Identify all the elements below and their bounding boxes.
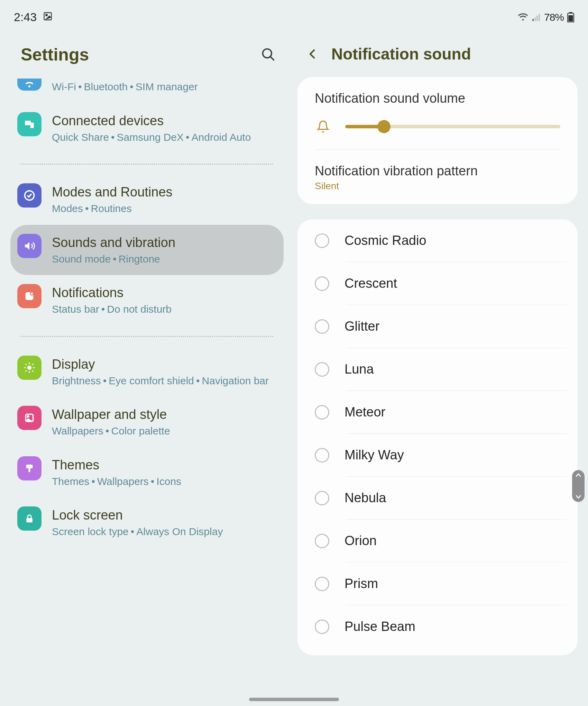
settings-item-modes-and-routines[interactable]: Modes and RoutinesModes•Routines: [10, 174, 284, 225]
settings-item-title: Lock screen: [52, 508, 275, 523]
sound-option-glitter[interactable]: Glitter: [297, 305, 578, 348]
sound-option-nebula[interactable]: Nebula: [297, 477, 578, 519]
svg-rect-29: [26, 518, 33, 523]
sound-name: Pulse Beam: [344, 619, 415, 634]
svg-line-10: [270, 57, 274, 61]
radio-button[interactable]: [315, 276, 329, 291]
settings-item-sounds-and-vibration[interactable]: Sounds and vibrationSound mode•Ringtone: [10, 225, 284, 275]
volume-label: Notification sound volume: [315, 91, 560, 106]
svg-rect-11: [25, 121, 31, 125]
vibration-value: Silent: [315, 181, 560, 192]
sound-name: Meteor: [344, 405, 385, 420]
radio-button[interactable]: [315, 405, 329, 420]
settings-item-title: Notifications: [52, 285, 275, 300]
sound-option-crescent[interactable]: Crescent: [297, 262, 578, 305]
radio-button[interactable]: [315, 491, 329, 505]
radio-button[interactable]: [315, 362, 329, 377]
sound-list-card[interactable]: Cosmic RadioCrescentGlitterLunaMeteorMil…: [297, 219, 578, 655]
wallpaper-icon: [17, 406, 42, 430]
radio-button[interactable]: [315, 577, 329, 591]
settings-item-title: Sounds and vibration: [52, 235, 275, 250]
sound-option-orion[interactable]: Orion: [297, 520, 578, 562]
battery-pct: 78%: [544, 11, 564, 23]
volume-slider[interactable]: [345, 125, 560, 128]
settings-item-title: Modes and Routines: [52, 185, 275, 200]
settings-title: Settings: [21, 45, 89, 65]
scroll-indicator[interactable]: [572, 470, 585, 502]
settings-item-title: Connected devices: [52, 113, 275, 128]
svg-point-9: [263, 49, 272, 58]
notification-sound-pane: Notification sound Notification sound vo…: [294, 27, 588, 702]
settings-header: Settings: [10, 27, 284, 79]
radio-button[interactable]: [315, 620, 329, 634]
settings-item-subtitle: Wi-Fi•Bluetooth•SIM manager: [52, 80, 275, 94]
section-divider: [21, 164, 273, 165]
sound-name: Crescent: [344, 276, 397, 291]
sound-option-cosmic-radio[interactable]: Cosmic Radio: [297, 219, 578, 262]
settings-item-connections[interactable]: Wi-Fi•Bluetooth•SIM manager: [10, 79, 284, 103]
svg-rect-3: [534, 17, 536, 21]
search-button[interactable]: [260, 46, 277, 63]
sound-option-meteor[interactable]: Meteor: [297, 391, 578, 433]
status-bar: 2:43 78%: [0, 0, 588, 27]
wifi-icon: [518, 13, 528, 21]
bell-square-icon: [17, 284, 42, 308]
vibration-label: Notification vibration pattern: [315, 164, 560, 178]
vibration-pattern-row[interactable]: Notification vibration pattern Silent: [315, 149, 560, 204]
detail-title: Notification sound: [331, 45, 471, 63]
settings-item-subtitle: Wallpapers•Color palette: [52, 424, 275, 438]
back-button[interactable]: [304, 46, 321, 62]
radio-button[interactable]: [315, 534, 329, 548]
sun-icon: [17, 356, 42, 380]
settings-item-themes[interactable]: ThemesThemes•Wallpapers•Icons: [10, 447, 284, 498]
settings-item-notifications[interactable]: NotificationsStatus bar•Do not disturb: [10, 275, 284, 326]
settings-item-subtitle: Modes•Routines: [52, 202, 275, 216]
settings-item-connected-devices[interactable]: Connected devicesQuick Share•Samsung DeX…: [10, 103, 284, 154]
svg-rect-28: [28, 468, 30, 472]
settings-item-display[interactable]: DisplayBrightness•Eye comfort shield•Nav…: [10, 347, 284, 397]
devices-icon: [17, 112, 42, 136]
settings-item-subtitle: Themes•Wallpapers•Icons: [52, 475, 275, 489]
settings-item-title: Wallpaper and style: [52, 407, 275, 422]
settings-master-pane: Settings Wi-Fi•Bluetooth•SIM managerConn…: [0, 27, 294, 702]
sound-name: Nebula: [344, 490, 386, 505]
bell-icon: [315, 118, 331, 135]
detail-header: Notification sound: [297, 27, 578, 77]
speaker-icon: [17, 234, 42, 258]
sound-name: Cosmic Radio: [344, 233, 426, 248]
svg-rect-27: [26, 465, 33, 468]
sound-name: Luna: [344, 362, 374, 377]
sound-name: Glitter: [344, 319, 379, 334]
radio-button[interactable]: [315, 448, 329, 462]
svg-rect-2: [532, 19, 534, 21]
status-right: 78%: [518, 11, 574, 23]
svg-point-15: [30, 292, 34, 295]
status-left: 2:43: [14, 10, 53, 24]
brush-icon: [17, 456, 42, 480]
svg-rect-5: [539, 14, 540, 21]
nav-handle[interactable]: [249, 698, 339, 701]
settings-list[interactable]: Wi-Fi•Bluetooth•SIM managerConnected dev…: [10, 79, 284, 548]
sound-name: Prism: [344, 576, 378, 591]
settings-item-subtitle: Status bar•Do not disturb: [52, 302, 275, 317]
settings-item-subtitle: Brightness•Eye comfort shield•Navigation…: [52, 374, 275, 388]
settings-item-subtitle: Quick Share•Samsung DeX•Android Auto: [52, 130, 275, 145]
settings-item-title: Display: [52, 357, 275, 372]
radio-button[interactable]: [315, 233, 329, 248]
svg-line-21: [26, 364, 27, 365]
volume-slider-thumb[interactable]: [377, 120, 391, 133]
lock-icon: [17, 506, 42, 531]
settings-item-title: Themes: [52, 458, 275, 473]
sound-option-prism[interactable]: Prism: [297, 562, 578, 605]
signal-icon: [532, 13, 541, 21]
settings-item-lock-screen[interactable]: Lock screenScreen lock type•Always On Di…: [10, 497, 284, 548]
status-time: 2:43: [14, 10, 37, 24]
sound-option-luna[interactable]: Luna: [297, 348, 578, 391]
svg-rect-4: [536, 16, 538, 21]
sound-option-milky-way[interactable]: Milky Way: [297, 434, 578, 476]
radio-button[interactable]: [315, 319, 329, 334]
section-divider: [21, 336, 273, 337]
sound-option-pulse-beam[interactable]: Pulse Beam: [297, 605, 578, 648]
settings-item-wallpaper-and-style[interactable]: Wallpaper and styleWallpapers•Color pale…: [10, 397, 284, 447]
svg-point-26: [27, 416, 29, 417]
